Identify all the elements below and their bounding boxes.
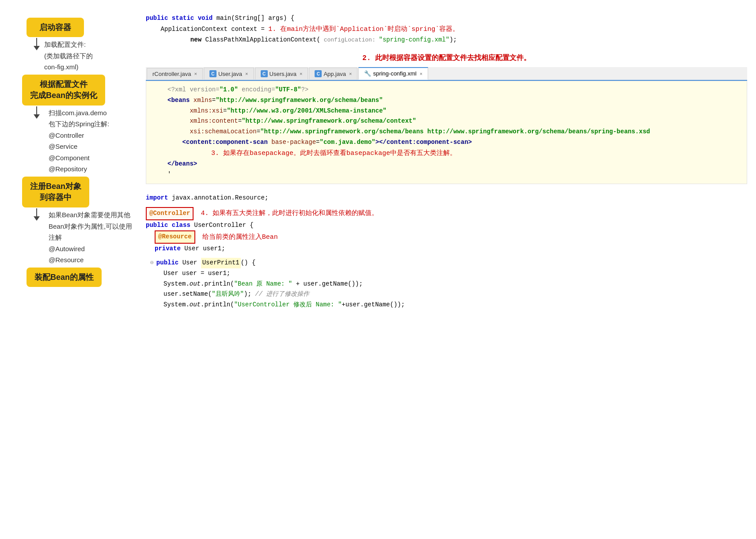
tab-app[interactable]: C App.java × bbox=[309, 68, 357, 79]
class-path: ClassPathXmlApplicationContext( bbox=[201, 35, 320, 45]
code-line-body3: user.setName("且听风吟"); // 进行了修改操作 bbox=[163, 289, 747, 300]
comment-2: 2. 此时根据容器设置的配置文件去找相应配置文件。 bbox=[362, 54, 531, 62]
body-setname: user.setName("且听风吟"); bbox=[163, 289, 255, 300]
tab-user-label: User.java bbox=[218, 71, 242, 77]
xml-line-comment3: 3. 如果存在basepackage。此时去循环查看basepackage中是否… bbox=[153, 148, 740, 159]
tab-controller[interactable]: rController.java × bbox=[147, 68, 203, 79]
kw-void: void bbox=[198, 13, 213, 24]
kw-public-class: public class bbox=[146, 220, 190, 231]
code-line-body4: System. out .println("UserController 修改后… bbox=[163, 300, 747, 310]
code-block-controller: import javax.annotation. Resource ; @Con… bbox=[146, 193, 747, 310]
flow-text-2: 扫描com.java.demo包下边的Spring注解:@Controller@… bbox=[49, 107, 110, 175]
tab-users-icon: C bbox=[261, 70, 268, 77]
method-main: main(String[] args) { bbox=[213, 13, 294, 24]
controller-annotation: @Controller bbox=[146, 207, 194, 220]
code-line-body2: System. out .println("Bean 原 Name: " + u… bbox=[163, 279, 747, 290]
tab-controller-label: rController.java bbox=[152, 71, 191, 77]
code-line-method: ⊖ public User UserPrint1 () { bbox=[150, 258, 747, 268]
tab-app-icon: C bbox=[315, 70, 322, 77]
code-line-body1: User user = user1; bbox=[163, 268, 747, 279]
method-marker: ⊖ bbox=[150, 258, 154, 268]
body-out1: out bbox=[190, 279, 201, 290]
comment-3: 3. 如果存在basepackage。此时去循环查看basepackage中是否… bbox=[167, 148, 456, 159]
code-line-import: import javax.annotation. Resource ; bbox=[146, 193, 747, 204]
method-parens: () { bbox=[241, 258, 256, 268]
import-semi: ; bbox=[265, 193, 268, 204]
comment-1: 1. 在main方法中遇到`Application`时启动`spring`容器。 bbox=[268, 24, 459, 35]
resource-comment: 给当前类的属性注入Bean bbox=[202, 232, 278, 243]
kw-import: import bbox=[146, 193, 168, 204]
tab-user[interactable]: C User.java × bbox=[204, 68, 254, 79]
xml-line-empty: ' bbox=[153, 170, 740, 180]
body-sys2: System. bbox=[163, 300, 190, 310]
import-resource: Resource bbox=[235, 193, 265, 204]
str-config-xml: "spring-config.xml" bbox=[379, 35, 450, 45]
tab-spring-xml[interactable]: 🔧 spring-config.xml × bbox=[358, 67, 428, 80]
tab-user-close[interactable]: × bbox=[245, 71, 248, 76]
xml-editor: <?xml version="1.0" encoding="UTF-8"?> <… bbox=[146, 81, 747, 184]
flow-box-2: 根据配置文件完成Bean的实例化 bbox=[22, 75, 105, 106]
body-sys1: System. bbox=[163, 279, 190, 290]
code-line-2: ApplicationContext context = 1. 在main方法中… bbox=[146, 24, 747, 35]
flow-box-1: 启动容器 bbox=[27, 18, 84, 37]
xml-line-xsi: xmlns:xsi="http://www.w3.org/2001/XMLSch… bbox=[153, 106, 740, 117]
tab-user-icon: C bbox=[209, 70, 217, 77]
class-name: UserController { bbox=[190, 220, 254, 231]
tab-users[interactable]: C Users.java × bbox=[255, 68, 308, 79]
body-out2: out bbox=[190, 300, 201, 310]
paren-close: ); bbox=[449, 35, 457, 45]
flow-box-3: 注册Bean对象到容器中 bbox=[22, 177, 89, 207]
kw-public: public bbox=[146, 13, 168, 24]
tab-controller-close[interactable]: × bbox=[194, 71, 197, 76]
kw-private: private bbox=[155, 244, 181, 254]
flow-text-3: 如果Bean对象需要使用其他Bean对象作为属性,可以使用注解@Autowire… bbox=[49, 209, 133, 266]
xml-line-pi: <?xml version="1.0" encoding="UTF-8"?> bbox=[153, 85, 740, 95]
code-block-main: public static void main(String[] args) {… bbox=[146, 13, 747, 45]
comment-modify: // 进行了修改操作 bbox=[255, 289, 309, 300]
flow-box-4: 装配Bean的属性 bbox=[27, 268, 102, 287]
kw-new: new bbox=[190, 35, 201, 45]
comment-4: 4. 如果有五大类注解，此时进行初始化和属性依赖的赋值。 bbox=[201, 208, 378, 219]
import-path: javax.annotation. bbox=[168, 193, 235, 204]
xml-line-close: </beans> bbox=[153, 159, 740, 170]
resource-annotation: @Resource bbox=[155, 230, 195, 244]
xml-line-content: xmlns:content="http://www.springframewor… bbox=[153, 116, 740, 127]
body-line-1: User user = user1; bbox=[163, 268, 230, 279]
tab-xml-close[interactable]: × bbox=[420, 71, 422, 76]
flowchart: 启动容器 加载配置文件:(类加载路径下的con-fig.xml) 根据配置文件完… bbox=[0, 9, 141, 530]
tab-bar: rController.java × C User.java × C Users… bbox=[146, 67, 747, 81]
tab-xml-label: spring-config.xml bbox=[373, 70, 416, 77]
tab-app-close[interactable]: × bbox=[349, 71, 352, 76]
kw-public2: public bbox=[156, 258, 179, 268]
tab-users-close[interactable]: × bbox=[300, 71, 302, 76]
param-config: configLocation: bbox=[320, 35, 379, 45]
method-sig: User bbox=[179, 258, 201, 268]
field-decl: User user1; bbox=[181, 244, 225, 254]
tab-users-label: Users.java bbox=[270, 71, 296, 77]
body-println2: .println("UserController 修改后 Name: "+use… bbox=[201, 300, 405, 310]
tab-xml-icon: 🔧 bbox=[364, 70, 371, 77]
code-line-field: private User user1; bbox=[155, 244, 747, 254]
xml-line-scan: <content:component-scan base-package="co… bbox=[153, 137, 740, 148]
code-panel: public static void main(String[] args) {… bbox=[141, 9, 756, 530]
body-println1: .println("Bean 原 Name: " + user.getName(… bbox=[201, 279, 363, 290]
code-line-controller-ann: @Controller 4. 如果有五大类注解，此时进行初始化和属性依赖的赋值。 bbox=[146, 207, 747, 220]
indent1: ApplicationContext context = bbox=[146, 24, 268, 35]
code-line-3: new ClassPathXmlApplicationContext( conf… bbox=[146, 35, 747, 45]
flow-text-1: 加载配置文件:(类加载路径下的con-fig.xml) bbox=[44, 39, 93, 73]
method-name-highlight: UserPrint1 bbox=[201, 258, 241, 268]
xml-line-beans: <beans xmlns="http://www.springframework… bbox=[153, 95, 740, 106]
indent2 bbox=[146, 35, 190, 45]
code-line-class-decl: public class UserController { bbox=[146, 220, 747, 231]
xml-pi-text: <?xml version="1.0" encoding="UTF-8"?> bbox=[167, 85, 308, 95]
kw-static: static bbox=[172, 13, 194, 24]
code-line-resource: @Resource 给当前类的属性注入Bean bbox=[155, 230, 747, 244]
code-line-1: public static void main(String[] args) { bbox=[146, 13, 747, 24]
tab-app-label: App.java bbox=[323, 71, 346, 77]
xml-line-schema: xsi:schemaLocation="http://www.springfra… bbox=[153, 127, 740, 137]
